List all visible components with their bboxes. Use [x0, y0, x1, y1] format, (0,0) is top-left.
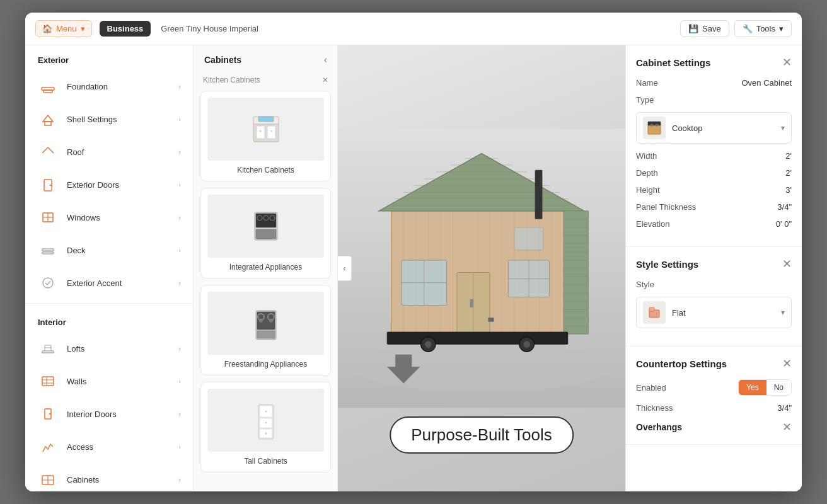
toggle-no-btn[interactable]: No [766, 380, 791, 395]
tools-icon: 🔧 [743, 24, 753, 33]
project-name: Green Tiny House Imperial [161, 24, 673, 33]
chevron-right-icon: › [178, 181, 181, 188]
countertop-thickness-label: Thickness [636, 403, 673, 413]
style-settings-header: Style Settings ✕ [636, 257, 792, 271]
svg-rect-37 [257, 331, 275, 338]
sidebar-item-deck[interactable]: Deck › [25, 234, 194, 266]
subcategory-label: Kitchen Cabinets [203, 76, 260, 84]
cabinet-card-kitchen[interactable]: Kitchen Cabinets [200, 91, 331, 181]
cabinets-icon [38, 469, 58, 490]
cabinet-card-integrated[interactable]: Integrated Appliances [200, 188, 331, 278]
cabinets-label: Cabinets [67, 475, 170, 484]
svg-rect-25 [267, 126, 275, 139]
svg-rect-24 [257, 126, 265, 139]
lofts-icon [38, 338, 58, 358]
chevron-right-icon: › [178, 279, 181, 287]
svg-rect-2 [45, 122, 51, 125]
toggle-yes-btn[interactable]: Yes [739, 380, 766, 395]
chevron-right-icon: › [178, 214, 181, 221]
badge-text: Purpose-Built Tools [411, 425, 552, 444]
cabinet-card-tall[interactable]: Tall Cabinets [200, 382, 331, 472]
style-settings-title: Style Settings [636, 259, 698, 270]
save-label: Save [702, 24, 721, 33]
chevron-right-icon: › [178, 377, 181, 385]
roof-icon [38, 142, 58, 162]
interior-doors-label: Interior Doors [67, 410, 170, 419]
style-row: Style [636, 280, 792, 289]
sidebar-item-exterior-doors[interactable]: Exterior Doors › [25, 168, 194, 201]
cabinet-panel-close-btn[interactable]: ‹ [324, 54, 327, 66]
cabinet-type-dropdown[interactable]: Cooktop ▾ [636, 112, 792, 144]
cabinet-width-label: Width [636, 151, 657, 161]
cabinet-panel-thickness-label: Panel Thickness [636, 202, 696, 212]
menu-button[interactable]: 🏠 Menu ▾ [35, 20, 92, 37]
svg-point-105 [523, 341, 529, 347]
svg-rect-1 [43, 90, 52, 93]
chevron-right-icon: › [178, 83, 181, 90]
countertop-thickness-row: Thickness 3/4" [636, 403, 792, 413]
cabinet-tall-image [207, 389, 324, 452]
cabinet-card-freestanding[interactable]: Freestanding Appliances [200, 285, 331, 375]
svg-rect-112 [649, 307, 654, 311]
sidebar-item-windows[interactable]: Windows › [25, 201, 194, 234]
access-icon [38, 437, 58, 457]
svg-point-26 [259, 130, 261, 132]
cabinet-depth-label: Depth [636, 168, 658, 178]
cabinet-subcategory: Kitchen Cabinets ✕ [194, 72, 337, 91]
cabinet-height-value: 3' [785, 185, 792, 195]
chevron-right-icon: › [178, 345, 181, 352]
business-label: Business [107, 24, 144, 33]
svg-point-48 [265, 433, 267, 435]
chevron-down-icon: ▾ [779, 24, 784, 33]
countertop-settings-close-btn[interactable]: ✕ [782, 357, 792, 370]
sidebar-item-access[interactable]: Access › [25, 430, 194, 463]
cabinet-kitchen-image [207, 98, 324, 161]
exterior-accent-label: Exterior Accent [67, 278, 170, 288]
svg-rect-13 [42, 377, 54, 386]
sidebar-item-foundation[interactable]: Foundation › [25, 70, 194, 103]
cabinet-settings-header: Cabinet Settings ✕ [636, 55, 792, 69]
svg-rect-8 [42, 249, 54, 251]
chevron-right-icon: › [178, 443, 181, 450]
sidebar-item-interior-doors[interactable]: Interior Doors › [25, 398, 194, 430]
type-dropdown-arrow: ▾ [781, 123, 785, 132]
cabinet-panel-thickness-value: 3/4" [777, 202, 792, 212]
sidebar-item-exterior-accent[interactable]: Exterior Accent › [25, 266, 194, 299]
exterior-door-icon [38, 175, 58, 195]
sidebar-item-lofts[interactable]: Lofts › [25, 332, 194, 365]
deck-label: Deck [67, 246, 170, 255]
tools-button[interactable]: 🔧 Tools ▾ [734, 20, 792, 37]
cabinet-elevation-label: Elevation [636, 219, 669, 229]
chevron-right-icon: › [178, 148, 181, 156]
sidebar-item-cabinets[interactable]: Cabinets › [25, 463, 194, 491]
sidebar-item-roof[interactable]: Roof › [25, 135, 194, 168]
save-button[interactable]: 💾 Save [680, 20, 729, 37]
countertop-settings-title: Countertop Settings [636, 358, 727, 369]
countertop-enabled-row: Enabled Yes No [636, 379, 792, 396]
svg-point-18 [49, 413, 50, 415]
main-layout: Exterior Foundation › [25, 45, 802, 491]
left-sidebar: Exterior Foundation › [25, 45, 194, 491]
app-window: 🏠 Menu ▾ Business Green Tiny House Imper… [25, 13, 802, 491]
cabinet-width-row: Width 2' [636, 151, 792, 161]
style-settings-close-btn[interactable]: ✕ [782, 257, 792, 271]
cabinet-width-value: 2' [785, 151, 792, 161]
exterior-accent-icon [38, 273, 58, 293]
overhangs-close-btn[interactable]: ✕ [782, 420, 792, 434]
viewport-collapse-btn[interactable]: ‹ [338, 256, 352, 281]
chevron-right-icon: › [178, 115, 181, 123]
svg-point-10 [43, 278, 53, 288]
business-button[interactable]: Business [100, 21, 151, 37]
style-dropdown[interactable]: Flat ▾ [636, 297, 792, 328]
sidebar-item-shell[interactable]: Shell Settings › [25, 103, 194, 135]
cabinet-settings-close-btn[interactable]: ✕ [782, 55, 792, 69]
viewport: Purpose-Built Tools ‹ [338, 45, 625, 491]
sidebar-item-walls[interactable]: Walls › [25, 365, 194, 398]
cabinet-panel-title: Cabinets [204, 55, 241, 65]
subcategory-close-btn[interactable]: ✕ [322, 76, 328, 84]
svg-rect-108 [648, 122, 661, 125]
cabinet-elevation-value: 0' 0" [776, 219, 792, 229]
cabinet-name-label: Name [636, 78, 658, 88]
svg-rect-107 [648, 124, 661, 134]
countertop-enabled-toggle: Yes No [738, 379, 792, 396]
